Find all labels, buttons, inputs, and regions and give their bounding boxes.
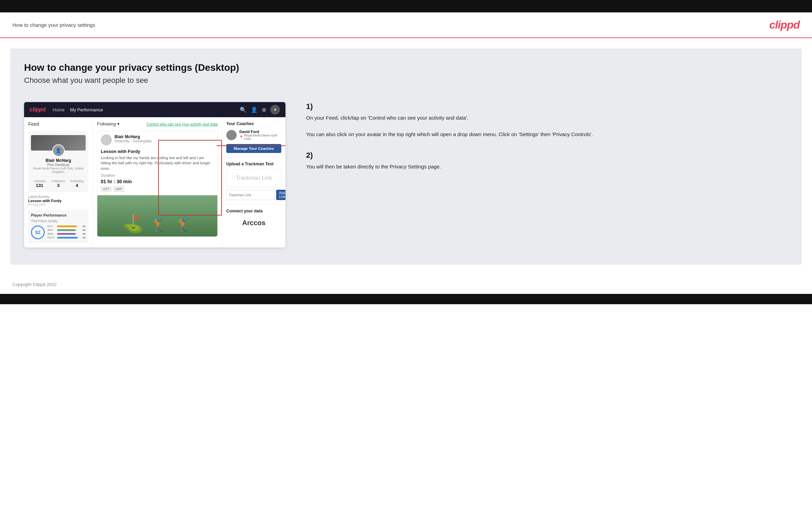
ott-label: OTT xyxy=(47,225,56,228)
app-nav-right: 🔍 👤 ⊕ ▾ xyxy=(240,105,280,114)
app-right-panel: Your Coaches David Ford 📍 Royal North De… xyxy=(222,117,285,247)
app-label: APP xyxy=(47,229,56,232)
app-feed: Following ▾ Control who can see your act… xyxy=(93,117,222,247)
player-performance: Player Performance Total Player Quality … xyxy=(28,210,88,243)
footer: Copyright Clippd 2022 xyxy=(0,275,812,294)
app-mockup: clippd Home My Performance 🔍 👤 ⊕ ▾ Feed xyxy=(24,102,285,247)
following-value: 4 xyxy=(68,183,86,188)
trackman-title: Upload a Trackman Test xyxy=(226,162,281,166)
golfer-figure-3: 🏌️ xyxy=(175,217,193,234)
latest-activity-title: Lesson with Fordy xyxy=(28,199,88,203)
location-icon: 📍 xyxy=(239,135,243,139)
main-content: How to change your privacy settings (Des… xyxy=(10,48,802,265)
add-link-button[interactable]: Add Link xyxy=(276,190,285,200)
coach-info: David Ford 📍 Royal North Devon Golf Club xyxy=(239,130,281,141)
quality-circle: 92 xyxy=(31,225,45,239)
putt-val: 96 xyxy=(80,236,86,239)
post-card: Blair McHarg Yesterday · Sunningdale Les… xyxy=(97,131,218,237)
coach-club-row: 📍 Royal North Devon Golf Club xyxy=(239,134,281,141)
stat-followers: Followers 3 xyxy=(50,179,67,188)
app-body: Feed 👤 Blair McHarg Plus Handicap Royal … xyxy=(24,117,285,247)
nav-link-my-performance[interactable]: My Performance xyxy=(70,107,103,112)
followers-label: Followers xyxy=(50,179,67,183)
person-icon[interactable]: 👤 xyxy=(251,107,258,113)
clippd-logo: clippd xyxy=(769,19,800,31)
chevron-down-icon: ▾ xyxy=(117,121,120,126)
app-nav-links: Home My Performance xyxy=(53,107,103,112)
connect-section: Connect your data Arccos xyxy=(222,205,285,234)
red-arrow-line xyxy=(217,145,285,146)
ott-val: 90 xyxy=(80,225,86,228)
golfer-figure-2: 🏌️ xyxy=(150,217,168,234)
post-location: Yesterday · Sunningdale xyxy=(115,139,152,143)
arg-track xyxy=(57,233,79,235)
putt-label: PUTT xyxy=(47,236,56,239)
search-icon[interactable]: 🔍 xyxy=(240,107,247,113)
trackman-input[interactable] xyxy=(226,190,275,200)
post-content: Lesson with Fordy Looking to feel like m… xyxy=(97,149,217,195)
stat-following: Following 4 xyxy=(68,179,86,188)
followers-value: 3 xyxy=(50,183,67,188)
nav-avatar[interactable]: ▾ xyxy=(270,105,280,114)
connect-title: Connect your data xyxy=(226,209,281,213)
ott-fill xyxy=(57,225,77,227)
activities-value: 131 xyxy=(31,183,48,188)
arg-val: 86 xyxy=(80,232,86,235)
duration-value: 01 hr : 30 min xyxy=(101,179,214,184)
following-button[interactable]: Following ▾ xyxy=(97,121,120,126)
coach-name: David Ford xyxy=(239,130,281,134)
activities-label: Activities xyxy=(31,179,48,183)
player-perf-title: Player Performance xyxy=(31,213,86,217)
page-heading: How to change your privacy settings (Des… xyxy=(24,62,788,73)
post-tags: OTT APP xyxy=(101,186,214,192)
golfer-figure-1: ⛳ xyxy=(122,214,143,234)
coaches-title: Your Coaches xyxy=(226,121,281,126)
post-author-avatar xyxy=(101,134,112,145)
app-fill xyxy=(57,229,76,231)
trackman-section: Upload a Trackman Test Trackman Link Add… xyxy=(222,157,285,205)
duration-label: Duration xyxy=(101,173,214,177)
bar-putt: PUTT 96 xyxy=(47,236,86,239)
instruction-1: 1) On your Feed, click/tap on 'Control w… xyxy=(306,102,781,139)
latest-activity: Latest Activity Lesson with Fordy 03 Aug… xyxy=(28,195,88,206)
quality-bars: OTT 90 APP xyxy=(47,225,86,240)
plus-circle-icon[interactable]: ⊕ xyxy=(262,107,266,113)
app-sidebar: Feed 👤 Blair McHarg Plus Handicap Royal … xyxy=(24,117,93,247)
inner-layout: clippd Home My Performance 🔍 👤 ⊕ ▾ Feed xyxy=(24,102,788,247)
following-label: Following xyxy=(68,179,86,183)
top-bar xyxy=(0,0,812,12)
tag-app: APP xyxy=(113,186,124,192)
post-image: ⛳ 🏌️ 🏌️ xyxy=(97,195,217,236)
tpq-row: 92 OTT 90 xyxy=(31,225,86,240)
coach-club: Royal North Devon Golf Club xyxy=(244,134,281,141)
tpq-label: Total Player Quality xyxy=(31,219,86,223)
instruction-2-number: 2) xyxy=(306,151,781,160)
profile-name: Blair McHarg xyxy=(31,158,86,163)
tag-ott: OTT xyxy=(101,186,112,192)
feed-label: Feed xyxy=(28,121,88,127)
bar-arg: ARG 86 xyxy=(47,232,86,235)
app-nav: clippd Home My Performance 🔍 👤 ⊕ ▾ xyxy=(24,102,285,117)
latest-activity-label: Latest Activity xyxy=(28,195,88,199)
control-privacy-link[interactable]: Control who can see your activity and da… xyxy=(147,122,218,126)
instruction-1-text: On your Feed, click/tap on 'Control who … xyxy=(306,114,781,139)
instruction-1-number: 1) xyxy=(306,102,781,111)
arccos-logo: Arccos xyxy=(226,216,281,230)
following-label: Following xyxy=(97,121,116,126)
app-track xyxy=(57,229,79,231)
post-title: Lesson with Fordy xyxy=(101,149,214,154)
trackman-placeholder: Trackman Link xyxy=(226,169,281,187)
coach-avatar xyxy=(226,130,237,140)
bar-app: APP 85 xyxy=(47,229,86,232)
arg-fill xyxy=(57,233,76,235)
profile-card: 👤 Blair McHarg Plus Handicap Royal North… xyxy=(28,131,88,192)
arg-label: ARG xyxy=(47,232,56,235)
profile-club: Royal North Devon Golf Club, United King… xyxy=(31,167,86,174)
instruction-2: 2) You will then be taken directly to th… xyxy=(306,151,781,171)
header-title: How to change your privacy settings xyxy=(12,22,95,28)
app-val: 85 xyxy=(80,229,86,232)
coaches-section: Your Coaches David Ford 📍 Royal North De… xyxy=(222,117,285,157)
bottom-bar xyxy=(0,294,812,304)
header: How to change your privacy settings clip… xyxy=(0,12,812,38)
nav-link-home[interactable]: Home xyxy=(53,107,65,112)
